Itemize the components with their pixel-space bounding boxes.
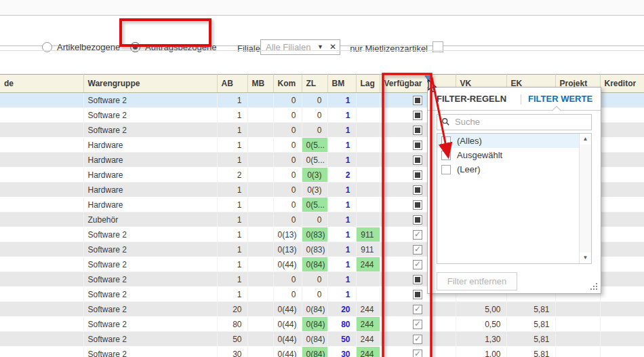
cell-lag: 244 <box>356 347 380 357</box>
cell-ab: 1 <box>217 138 247 153</box>
cell-wg: Hardware <box>83 138 217 153</box>
verfuegbar-checkbox[interactable] <box>413 185 422 195</box>
remove-filter-button[interactable]: Filter entfernen <box>437 272 517 290</box>
cell-zl: 0(3) <box>302 183 327 198</box>
column-header-kred[interactable]: Kreditor <box>600 75 644 93</box>
cell-ek: 5,81 <box>506 332 555 347</box>
cell-code <box>0 317 83 332</box>
verfuegbar-checkbox[interactable] <box>413 275 422 284</box>
cell-ab: 80 <box>217 317 247 332</box>
table-row[interactable]: Software 2500(44)0(84)502441,305,81 <box>0 332 644 347</box>
cell-code <box>0 257 83 272</box>
column-header-kom[interactable]: Kom <box>273 75 302 93</box>
cell-lag: 911 <box>356 242 380 257</box>
cell-zl: 0(83) <box>302 242 327 257</box>
verfuegbar-checkbox[interactable] <box>413 155 422 165</box>
verfuegbar-checkbox[interactable] <box>413 111 422 120</box>
cell-chk <box>380 317 456 332</box>
cell-mb <box>247 317 273 332</box>
filter-value-item[interactable]: (Alles) <box>437 134 591 148</box>
cell-bm: 1 <box>327 227 356 242</box>
verfuegbar-checkbox[interactable] <box>413 126 422 135</box>
table-row[interactable]: Software 2800(44)0(84)802440,505,81 <box>0 317 644 332</box>
cell-code <box>0 138 83 153</box>
cell-lag <box>356 287 380 302</box>
column-header-zl[interactable]: ZL <box>302 75 327 93</box>
cell-bm: 1 <box>327 108 356 123</box>
cell-lag <box>356 183 380 198</box>
verfuegbar-checkbox[interactable] <box>413 170 422 180</box>
scroll-down-icon[interactable]: ▼ <box>580 252 591 263</box>
cell-zl: 0 <box>302 108 327 123</box>
cell-ab: 1 <box>217 287 247 302</box>
cell-code <box>0 272 83 287</box>
resize-grip[interactable] <box>590 282 598 290</box>
verfuegbar-checkbox[interactable] <box>413 200 422 210</box>
mouse-cursor-icon <box>428 79 437 93</box>
column-header-mb[interactable]: MB <box>247 75 273 93</box>
verfuegbar-checkbox[interactable] <box>413 215 422 225</box>
cell-bm: 50 <box>327 332 356 347</box>
cell-wg: Hardware <box>83 153 217 168</box>
verfuegbar-checkbox[interactable] <box>413 350 422 357</box>
cell-mb <box>247 332 273 347</box>
scrollbar[interactable]: ▲ ▼ <box>579 134 591 263</box>
filiale-dropdown[interactable]: Alle Filialen ▼ ✕ <box>260 39 340 55</box>
tab-filter-werte[interactable]: FILTER WERTE <box>528 94 592 104</box>
cell-ab: 1 <box>217 153 247 168</box>
cell-code <box>0 123 83 138</box>
verfuegbar-checkbox[interactable] <box>413 290 422 299</box>
verfuegbar-checkbox[interactable] <box>413 335 422 344</box>
cell-mb <box>247 198 273 212</box>
verfuegbar-checkbox[interactable] <box>413 320 422 329</box>
tab-filter-regeln[interactable]: FILTER-REGELN <box>437 94 506 104</box>
column-header-wg[interactable]: Warengruppe <box>83 75 217 93</box>
cell-kred <box>600 108 644 123</box>
cell-kom: 0 <box>273 168 302 183</box>
cell-lag: 244 <box>356 302 380 317</box>
cell-mb <box>247 138 273 153</box>
tab-divider <box>521 94 521 105</box>
cell-mb <box>247 123 273 138</box>
cell-kred <box>600 272 644 287</box>
cell-zl: 0 <box>302 287 327 302</box>
cell-chk <box>380 347 456 357</box>
filter-value-checkbox[interactable] <box>441 165 451 174</box>
scroll-up-icon[interactable]: ▲ <box>580 134 591 145</box>
search-input[interactable] <box>454 116 588 128</box>
verfuegbar-checkbox[interactable] <box>413 96 422 105</box>
filter-value-item[interactable]: (Leer) <box>437 162 591 176</box>
cell-kom: 0 <box>273 272 302 287</box>
filiale-label: Filiale <box>237 43 260 54</box>
cell-code <box>0 168 83 183</box>
filter-value-item[interactable]: Ausgewählt <box>437 148 591 162</box>
column-header-bm[interactable]: BM <box>327 75 356 93</box>
cell-zl: 0(84) <box>302 332 327 347</box>
cell-kred <box>600 302 644 317</box>
table-row[interactable]: Software 2200(44)0(84)202445,005,81 <box>0 302 644 317</box>
cell-code <box>0 302 83 317</box>
chevron-down-icon[interactable]: ▼ <box>317 43 323 50</box>
cell-bm: 1 <box>327 257 356 272</box>
verfuegbar-checkbox[interactable] <box>413 140 422 150</box>
filter-value-checkbox[interactable] <box>441 136 451 146</box>
verfuegbar-checkbox[interactable] <box>413 305 422 314</box>
cell-code <box>0 198 83 212</box>
column-header-ab[interactable]: AB <box>217 75 247 93</box>
cell-mb <box>247 168 273 183</box>
cell-kred <box>600 242 644 257</box>
verfuegbar-checkbox[interactable] <box>413 230 422 240</box>
verfuegbar-checkbox[interactable] <box>413 245 422 255</box>
cell-bm: 1 <box>327 123 356 138</box>
cell-bm: 1 <box>327 93 356 108</box>
filter-values-list: (Alles)Ausgewählt(Leer) ▲ ▼ <box>437 133 592 264</box>
table-row[interactable]: Software 2300(44)0(84)302441,005,81 <box>0 347 644 357</box>
filter-value-checkbox[interactable] <box>441 151 451 160</box>
verfuegbar-checkbox[interactable] <box>413 260 422 269</box>
cell-lag: 244 <box>356 257 380 272</box>
cell-kred <box>600 138 644 153</box>
column-header-lag[interactable]: Lag <box>356 75 380 93</box>
cell-kom: 0(44) <box>273 347 302 357</box>
column-header-code[interactable]: de <box>0 75 83 93</box>
filter-search-box[interactable] <box>437 114 592 130</box>
